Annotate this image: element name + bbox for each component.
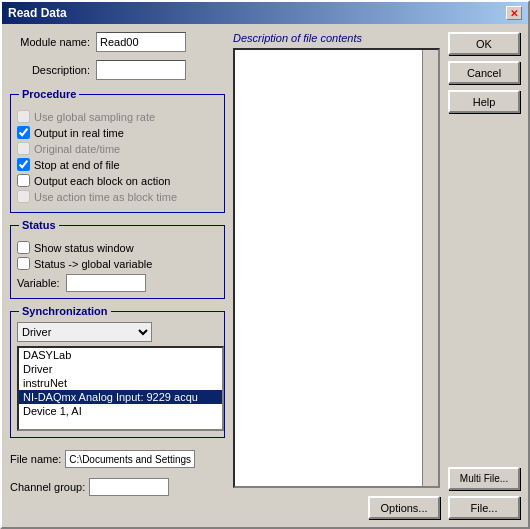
- sync-dropdown-row: DASYLab Driver instruNet NI-DAQmx Analog…: [17, 322, 218, 342]
- show-status-window-label: Show status window: [34, 242, 134, 254]
- title-bar: Read Data ✕: [2, 2, 528, 24]
- output-each-block-label: Output each block on action: [34, 175, 170, 187]
- status-global-variable-row: Status -> global variable: [17, 257, 218, 270]
- original-date-time-label: Original date/time: [34, 143, 120, 155]
- use-action-time-checkbox[interactable]: [17, 190, 30, 203]
- sync-group-label: Synchronization: [19, 305, 111, 317]
- module-name-row: Module name:: [10, 32, 225, 52]
- use-action-time-row: Use action time as block time: [17, 190, 218, 203]
- listbox-item-device1[interactable]: Device 1, AI: [19, 404, 222, 418]
- read-data-window: Read Data ✕ Module name: Description: Pr…: [0, 0, 530, 529]
- ok-button[interactable]: OK: [448, 32, 520, 55]
- use-global-sampling-checkbox[interactable]: [17, 110, 30, 123]
- channel-group-label: Channel group:: [10, 481, 85, 493]
- listbox-item-nidaqmx[interactable]: NI-DAQmx Analog Input: 9229 acqu: [19, 390, 222, 404]
- stop-end-of-file-checkbox[interactable]: [17, 158, 30, 171]
- status-global-variable-checkbox[interactable]: [17, 257, 30, 270]
- description-row: Description:: [10, 60, 225, 80]
- help-button[interactable]: Help: [448, 90, 520, 113]
- output-real-time-checkbox[interactable]: [17, 126, 30, 139]
- description-input[interactable]: [96, 60, 186, 80]
- variable-label: Variable:: [17, 277, 60, 289]
- close-button[interactable]: ✕: [506, 6, 522, 20]
- status-global-variable-label: Status -> global variable: [34, 258, 152, 270]
- use-action-time-label: Use action time as block time: [34, 191, 177, 203]
- channel-group-input[interactable]: [89, 478, 169, 496]
- channel-group-row: Channel group:: [10, 478, 225, 496]
- window-title: Read Data: [8, 6, 67, 20]
- options-button[interactable]: Options...: [368, 496, 440, 519]
- listbox-item-instrunet[interactable]: instruNet: [19, 376, 222, 390]
- original-date-time-row: Original date/time: [17, 142, 218, 155]
- output-real-time-label: Output in real time: [34, 127, 124, 139]
- content-area: Module name: Description: Procedure Use …: [2, 24, 528, 527]
- listbox-item-dasylab[interactable]: DASYLab: [19, 348, 222, 362]
- variable-row: Variable:: [17, 274, 218, 292]
- output-each-block-checkbox[interactable]: [17, 174, 30, 187]
- file-name-row: File name:: [10, 450, 225, 468]
- status-group-label: Status: [19, 219, 59, 231]
- module-name-label: Module name:: [10, 36, 90, 48]
- file-name-input[interactable]: [65, 450, 195, 468]
- file-button[interactable]: File...: [448, 496, 520, 519]
- listbox-item-driver1[interactable]: Driver: [19, 362, 222, 376]
- stop-end-of-file-row: Stop at end of file: [17, 158, 218, 171]
- module-name-input[interactable]: [96, 32, 186, 52]
- show-status-window-checkbox[interactable]: [17, 241, 30, 254]
- original-date-time-checkbox[interactable]: [17, 142, 30, 155]
- stop-end-of-file-label: Stop at end of file: [34, 159, 120, 171]
- procedure-group: Procedure Use global sampling rate Outpu…: [10, 94, 225, 213]
- variable-input[interactable]: [66, 274, 146, 292]
- description-label: Description:: [10, 64, 90, 76]
- middle-panel: Description of file contents Options...: [233, 32, 440, 519]
- status-group: Status Show status window Status -> glob…: [10, 225, 225, 299]
- synchronization-group: Synchronization DASYLab Driver instruNet…: [10, 311, 225, 438]
- file-name-label: File name:: [10, 453, 61, 465]
- multi-file-button[interactable]: Multi File...: [448, 467, 520, 490]
- options-button-container: Options...: [233, 496, 440, 519]
- sync-dropdown[interactable]: DASYLab Driver instruNet NI-DAQmx Analog…: [17, 322, 152, 342]
- sync-listbox[interactable]: DASYLab Driver instruNet NI-DAQmx Analog…: [17, 346, 224, 431]
- left-panel: Module name: Description: Procedure Use …: [10, 32, 225, 519]
- procedure-group-label: Procedure: [19, 88, 79, 100]
- desc-scrollbar[interactable]: [422, 50, 438, 486]
- description-file-contents-label: Description of file contents: [233, 32, 440, 44]
- description-file-contents-box: [233, 48, 440, 488]
- show-status-window-row: Show status window: [17, 241, 218, 254]
- output-real-time-row: Output in real time: [17, 126, 218, 139]
- spacer: [448, 119, 520, 461]
- right-panel: OK Cancel Help Multi File... File...: [448, 32, 520, 519]
- output-each-block-row: Output each block on action: [17, 174, 218, 187]
- use-global-sampling-label: Use global sampling rate: [34, 111, 155, 123]
- cancel-button[interactable]: Cancel: [448, 61, 520, 84]
- use-global-sampling-row: Use global sampling rate: [17, 110, 218, 123]
